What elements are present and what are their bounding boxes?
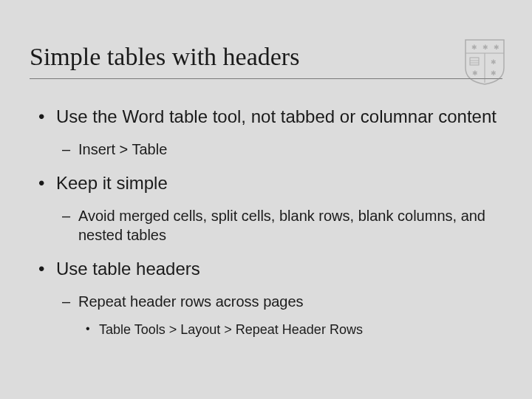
list-item-text: Keep it simple — [56, 173, 168, 193]
svg-rect-5 — [470, 58, 479, 65]
slide-title: Simple tables with headers — [30, 43, 502, 79]
bullet-list: Use the Word table tool, not tabbed or c… — [30, 106, 502, 338]
list-item: Avoid merged cells, split cells, blank r… — [78, 206, 502, 245]
list-item-text: Table Tools > Layout > Repeat Header Row… — [99, 322, 363, 337]
list-item-text: Use the Word table tool, not tabbed or c… — [56, 106, 497, 126]
list-item: Insert > Table — [78, 140, 502, 159]
list-item-text: Avoid merged cells, split cells, blank r… — [78, 208, 485, 243]
svg-text:✱: ✱ — [472, 69, 478, 77]
list-item-text: Insert > Table — [78, 141, 167, 157]
list-item: Use table headers Repeat header rows acr… — [56, 258, 502, 338]
svg-text:✱: ✱ — [491, 58, 497, 66]
slide: ✱ ✱ ✱ ✱ ✱ ✱ Simple tables with headers U… — [0, 0, 532, 399]
list-item-text: Use table headers — [56, 259, 200, 279]
list-item: Use the Word table tool, not tabbed or c… — [56, 106, 502, 159]
list-item-text: Repeat header rows across pages — [78, 293, 304, 310]
shield-logo-icon: ✱ ✱ ✱ ✱ ✱ ✱ — [464, 38, 505, 86]
svg-text:✱: ✱ — [471, 44, 477, 51]
list-item: Repeat header rows across pages Table To… — [78, 292, 502, 338]
list-item: Keep it simple Avoid merged cells, split… — [56, 172, 502, 245]
svg-text:✱: ✱ — [491, 69, 497, 77]
svg-text:✱: ✱ — [482, 44, 488, 51]
svg-text:✱: ✱ — [494, 44, 499, 51]
list-item: Table Tools > Layout > Repeat Header Row… — [99, 321, 502, 338]
